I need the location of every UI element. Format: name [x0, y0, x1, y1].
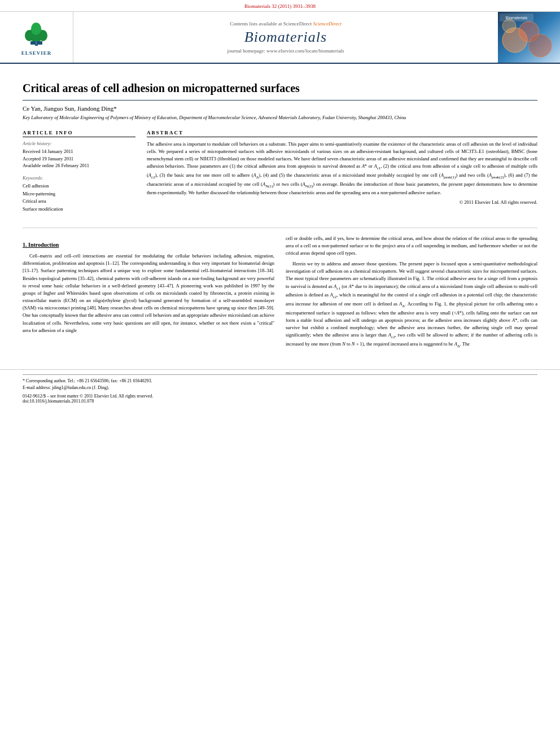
- footnote: * Corresponding author. Tel.: +86 21 656…: [23, 374, 537, 391]
- doi-line: 0142-9612/$ – see front matter © 2011 El…: [23, 394, 537, 404]
- cover-image-svg: Biomaterials: [498, 12, 560, 63]
- svg-text:Biomaterials: Biomaterials: [506, 16, 528, 20]
- corresponding-author-note: * Corresponding author. Tel.: +86 21 656…: [23, 378, 537, 385]
- intro-para-1: Cell–matrix and cell–cell interactions a…: [23, 252, 274, 334]
- svg-point-4: [31, 23, 41, 35]
- introduction-section: 1. Introduction Cell–matrix and cell–cel…: [23, 235, 537, 353]
- available-date: Available online 26 February 2011: [23, 162, 135, 169]
- main-content: Critical areas of cell adhesion on micro…: [0, 64, 560, 364]
- article-affiliation: Key Laboratory of Molecular Engineering …: [23, 115, 537, 121]
- elsevier-logo-area: ELSEVIER: [0, 12, 73, 63]
- journal-header: ELSEVIER Contents lists available at Sci…: [0, 12, 560, 64]
- elsevier-tree-icon: [18, 19, 55, 48]
- intro-para-3: Herein we try to address and answer thos…: [286, 260, 537, 349]
- issn-text: 0142-9612/$ – see front matter © 2011 El…: [23, 394, 537, 399]
- content-divider: [23, 228, 537, 228]
- article-title: Critical areas of cell adhesion on micro…: [23, 81, 537, 101]
- journal-title-area: Contents lists available at ScienceDirec…: [73, 12, 498, 63]
- sciencedirect-link[interactable]: ScienceDirect: [313, 21, 342, 27]
- section-number: 1. Introduction: [23, 242, 59, 248]
- keywords-block: Keywords: Cell adhesion Micro-patterning…: [23, 175, 135, 213]
- keyword-2: Micro-patterning: [23, 190, 135, 198]
- abstract-text: The adhesive area is important to modula…: [147, 141, 537, 197]
- introduction-col1: 1. Introduction Cell–matrix and cell–cel…: [23, 235, 274, 353]
- abstract-column: ABSTRACT The adhesive area is important …: [147, 130, 537, 219]
- abstract-label: ABSTRACT: [147, 130, 537, 137]
- accepted-date: Accepted 19 January 2011: [23, 155, 135, 163]
- article-history-block: Article history: Received 14 January 201…: [23, 141, 135, 169]
- article-info-label: ARTICLE INFO: [23, 130, 135, 137]
- elsevier-label: ELSEVIER: [21, 50, 52, 56]
- journal-title: Biomaterials: [244, 29, 327, 46]
- footer: * Corresponding author. Tel.: +86 21 656…: [0, 369, 560, 408]
- email-note: E-mail address: jding1@fudan.edu.cn (J. …: [23, 385, 537, 391]
- article-history-label: Article history:: [23, 141, 135, 146]
- introduction-col2: cell or double cells, and if yes, how to…: [286, 235, 537, 353]
- article-authors: Ce Yan, Jianguo Sun, Jiandong Ding*: [23, 105, 537, 112]
- doi-text: doi:10.1016/j.biomaterials.2011.01.078: [23, 399, 537, 404]
- copyright-line: © 2011 Elsevier Ltd. All rights reserved…: [147, 199, 537, 205]
- article-info-abstract-section: ARTICLE INFO Article history: Received 1…: [23, 130, 537, 219]
- journal-citation-text: Biomaterials 32 (2011) 3931–3938: [244, 3, 316, 9]
- keyword-4: Surface modification: [23, 206, 135, 213]
- keyword-3: Critical area: [23, 198, 135, 206]
- keywords-label: Keywords:: [23, 175, 135, 181]
- article-info-column: ARTICLE INFO Article history: Received 1…: [23, 130, 135, 219]
- journal-cover-image: Biomaterials: [498, 12, 560, 63]
- elsevier-logo: ELSEVIER: [18, 19, 55, 56]
- intro-para-2: cell or double cells, and if yes, how to…: [286, 235, 537, 257]
- journal-homepage: journal homepage: www.elsevier.com/locat…: [228, 48, 344, 54]
- sciencedirect-line: Contents lists available at ScienceDirec…: [230, 21, 341, 27]
- received-date: Received 14 January 2011: [23, 148, 135, 155]
- keyword-1: Cell adhesion: [23, 182, 135, 190]
- svg-point-10: [529, 34, 552, 57]
- journal-citation-bar: Biomaterials 32 (2011) 3931–3938: [0, 0, 560, 12]
- svg-rect-5: [30, 41, 42, 45]
- introduction-heading: 1. Introduction: [23, 241, 274, 250]
